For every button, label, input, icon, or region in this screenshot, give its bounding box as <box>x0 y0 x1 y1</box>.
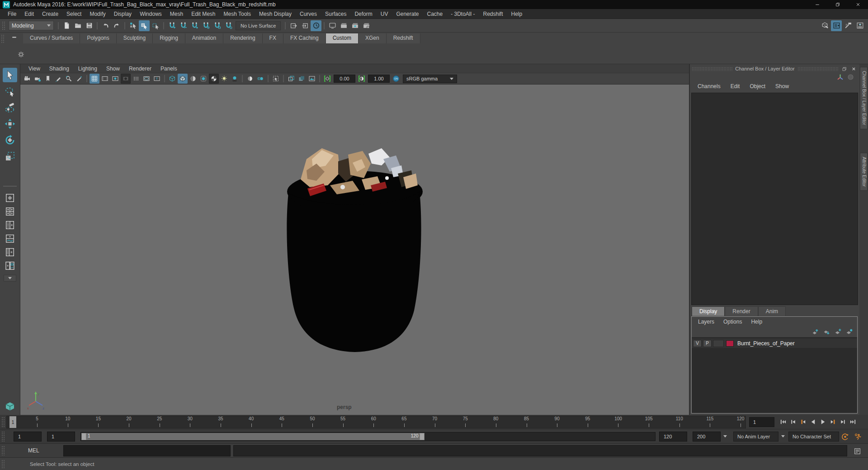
view-cube-icon[interactable] <box>5 401 15 412</box>
range-start-handle[interactable] <box>81 433 86 440</box>
contrast-field[interactable]: 1.00 <box>368 75 390 83</box>
channel-list-area[interactable] <box>691 93 858 305</box>
gear-icon[interactable] <box>15 49 26 60</box>
drag-handle[interactable] <box>797 67 838 71</box>
menu-item[interactable]: Mesh Tools <box>220 11 255 17</box>
command-language-toggle[interactable]: MEL <box>28 447 39 454</box>
character-set-dropdown[interactable]: No Character Set <box>788 432 839 442</box>
paint-select-icon[interactable] <box>3 100 17 115</box>
grease-pencil-icon[interactable] <box>53 74 63 84</box>
create-layer-from-selection-icon[interactable] <box>844 327 854 336</box>
menu-item[interactable]: UV <box>377 11 392 17</box>
bookmark-icon[interactable] <box>43 74 53 84</box>
exposure-field[interactable]: 0.00 <box>334 75 355 83</box>
layout-two-vertical-icon[interactable] <box>3 219 17 231</box>
snap-projected-center-icon[interactable] <box>200 20 211 31</box>
contrast-icon[interactable] <box>357 74 367 84</box>
anim-layer-caret-icon[interactable] <box>781 435 785 437</box>
maximize-button[interactable] <box>827 0 848 9</box>
modeling-toolkit-icon[interactable] <box>819 20 830 31</box>
wireframe-cube-icon[interactable] <box>167 74 177 84</box>
snap-grid-icon[interactable] <box>166 20 177 31</box>
drag-handle[interactable] <box>2 21 6 30</box>
auto-keyframe-icon[interactable] <box>840 432 850 442</box>
playback-end-field[interactable]: 120 <box>659 432 687 442</box>
shelf-tab[interactable]: Rendering <box>223 33 262 43</box>
snap-point-icon[interactable] <box>189 20 200 31</box>
menu-item[interactable]: Surfaces <box>321 11 350 17</box>
drag-handle[interactable] <box>1 417 5 427</box>
redo-icon[interactable] <box>111 20 122 31</box>
select-object-icon[interactable] <box>139 20 150 31</box>
motion-blur-icon[interactable] <box>255 74 265 84</box>
safe-title-icon[interactable]: T <box>152 74 162 84</box>
layout-three-icon[interactable] <box>3 246 17 258</box>
panel-menu-item[interactable]: Renderer <box>124 66 156 72</box>
go-to-start-icon[interactable] <box>778 417 788 427</box>
film-gate-icon[interactable] <box>100 74 110 84</box>
overlap-planes-icon[interactable] <box>286 74 296 84</box>
panel-menu-item[interactable]: Lighting <box>74 66 102 72</box>
layer-editor-tab[interactable]: Anim <box>758 306 786 316</box>
construction-history-icon[interactable] <box>311 20 321 31</box>
field-chart-icon[interactable] <box>131 74 141 84</box>
attribute-editor-icon[interactable] <box>831 20 842 31</box>
drag-handle[interactable] <box>1 34 5 43</box>
menu-item[interactable]: Mesh Display <box>255 11 296 17</box>
create-empty-layer-icon[interactable] <box>833 327 842 336</box>
shadows-icon[interactable] <box>230 74 240 84</box>
pan-zoom-icon[interactable] <box>64 74 74 84</box>
previous-key-icon[interactable] <box>798 417 808 427</box>
animation-start-field[interactable]: 1 <box>14 432 42 442</box>
menu-set-dropdown[interactable]: Modeling <box>9 21 54 30</box>
range-slider-bar[interactable]: 1 120 <box>81 433 425 440</box>
animation-preferences-icon[interactable] <box>853 432 863 442</box>
scale-icon[interactable] <box>3 149 17 164</box>
step-forward-icon[interactable] <box>838 417 848 427</box>
drag-handle[interactable] <box>692 67 732 71</box>
layout-four-icon[interactable] <box>3 205 17 217</box>
channel-box-menu-item[interactable]: Edit <box>726 83 745 89</box>
on-toggle-icon[interactable]: ON <box>391 74 401 84</box>
shelf-tab[interactable]: Custom <box>326 33 359 43</box>
layer-color-swatch[interactable] <box>726 340 734 347</box>
make-live-icon[interactable] <box>223 20 234 31</box>
undo-icon[interactable] <box>100 20 111 31</box>
menu-item[interactable]: Mesh <box>166 11 187 17</box>
layer-editor-tab[interactable]: Render <box>725 306 758 316</box>
time-slider-track[interactable]: 1 51015202530354045505560657075808590951… <box>6 416 746 428</box>
menu-item[interactable]: Cache <box>423 11 447 17</box>
panel-menu-item[interactable]: Shading <box>45 66 74 72</box>
screen-space-ao-icon[interactable] <box>245 74 255 84</box>
lasso-icon[interactable] <box>3 84 17 99</box>
layout-two-horizontal-icon[interactable] <box>3 232 17 244</box>
channel-box-icon[interactable] <box>854 20 865 31</box>
sidebar-tab-channel-box[interactable]: Channel Box / Layer Editor <box>860 67 868 129</box>
play-forwards-icon[interactable] <box>818 417 828 427</box>
textured-icon[interactable] <box>209 74 219 84</box>
layout-single-icon[interactable] <box>3 192 17 204</box>
sidebar-tab-attribute-editor[interactable]: Attribute Editor <box>860 153 868 191</box>
range-end-handle[interactable] <box>420 433 425 440</box>
layer-editor-menu-item[interactable]: Options <box>719 319 746 325</box>
playback-speed-caret-icon[interactable] <box>723 435 727 437</box>
drag-handle[interactable] <box>1 446 5 456</box>
layer-display-type-box[interactable] <box>713 340 724 347</box>
snapshot-icon[interactable] <box>74 74 84 84</box>
move-layer-down-icon[interactable] <box>822 327 831 336</box>
output-connections-icon[interactable] <box>299 20 310 31</box>
panel-menu-item[interactable]: Panels <box>156 66 182 72</box>
layout-dropdown[interactable] <box>4 275 16 282</box>
channel-box-menu-item[interactable]: Channels <box>693 83 726 89</box>
layer-editor-menu-item[interactable]: Layers <box>693 319 719 325</box>
command-result-field[interactable] <box>233 445 847 456</box>
anim-layer-dropdown[interactable]: No Anim Layer <box>733 432 778 442</box>
tool-settings-icon[interactable] <box>843 20 854 31</box>
step-back-icon[interactable] <box>788 417 798 427</box>
shelf-menu-icon[interactable] <box>9 32 19 42</box>
render-current-frame-icon[interactable] <box>338 20 349 31</box>
shelf-tab[interactable]: Animation <box>185 33 223 43</box>
gamma-dropdown[interactable]: sRGB gamma <box>403 75 457 83</box>
select-component-icon[interactable] <box>150 20 161 31</box>
layer-playback-toggle[interactable]: P <box>703 340 712 347</box>
